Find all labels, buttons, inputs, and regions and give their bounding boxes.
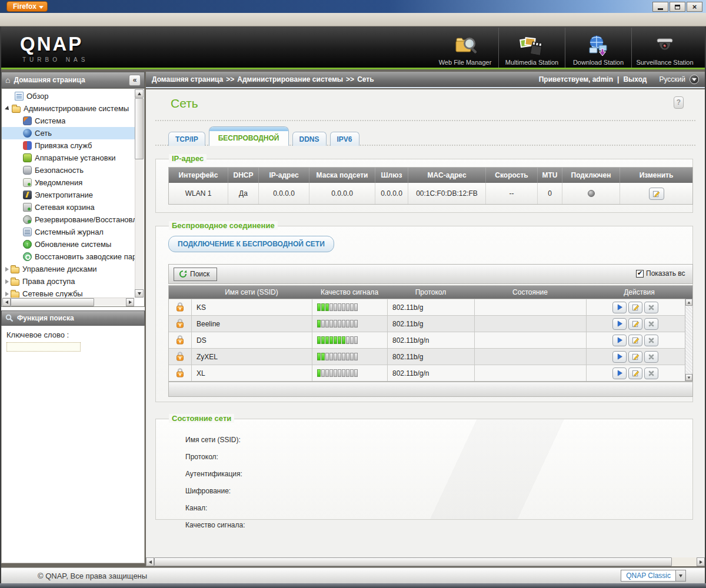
main-scroll-right-button[interactable]: [697, 557, 705, 566]
connect-network-button[interactable]: [612, 368, 627, 379]
status-row-5: Качество сигнала:: [185, 516, 245, 533]
collapsed-icon[interactable]: [5, 292, 9, 296]
language-label[interactable]: Русский: [659, 75, 685, 83]
tab-tcp-ip[interactable]: TCP/IP: [168, 132, 205, 146]
breadcrumb-segment[interactable]: Сеть: [357, 75, 374, 83]
sidebar-item-overview[interactable]: Обзор: [2, 90, 135, 102]
sidebar-item-hardware[interactable]: Аппаратные установки: [2, 152, 135, 164]
maximize-button[interactable]: [670, 2, 685, 12]
signal-quality-cell: [312, 332, 387, 348]
sidebar-item-firmware-update[interactable]: Обновление системы: [2, 238, 135, 250]
sidebar-item-factory-reset[interactable]: Восстановить заводские пара: [2, 250, 135, 263]
search-networks-button[interactable]: Поиск: [174, 268, 217, 281]
show-all-checkbox[interactable]: [636, 270, 644, 278]
sidebar-item-system-administration[interactable]: Администрирование системы: [2, 102, 135, 115]
sidebar-item-disk-management[interactable]: Управление дисками: [2, 263, 135, 275]
scroll-right-icon: [129, 300, 132, 304]
signal-bar-off: [329, 320, 333, 328]
connect-to-wireless-network-button[interactable]: ПОДКЛЮЧЕНИЕ К БЕСПРОВОДНОЙ СЕТИ: [168, 236, 334, 252]
main-scroll-left-button[interactable]: [146, 557, 154, 566]
wifi-network-row-zyxel[interactable]: ZyXEL802.11b/g: [169, 348, 692, 365]
expanded-icon[interactable]: [5, 106, 11, 112]
breadcrumb-segment[interactable]: Домашняя страница: [152, 75, 223, 83]
edit-network-button[interactable]: [628, 335, 642, 346]
wifi-network-row-ds[interactable]: DS802.11b/g/n: [169, 332, 692, 348]
edit-network-button[interactable]: [628, 368, 642, 379]
tree-vertical-scroll-thumb[interactable]: [135, 98, 144, 159]
collapsed-icon[interactable]: [5, 279, 9, 284]
keyword-input[interactable]: [6, 342, 81, 352]
connect-network-button[interactable]: [612, 335, 627, 346]
wifi-network-row-xl[interactable]: XL802.11b/g/n: [169, 365, 692, 381]
minimize-button[interactable]: [652, 2, 668, 12]
edit-network-button[interactable]: [628, 318, 642, 330]
tree-scroll-up-button[interactable]: [135, 89, 144, 98]
station-web-file-manager[interactable]: Web File Manager: [432, 28, 498, 68]
tree-scroll-left-button[interactable]: [2, 298, 11, 306]
sidebar-item-system-logs[interactable]: Системный журнал: [2, 226, 135, 238]
scroll-up-icon: [688, 301, 691, 303]
station-surveillance-station[interactable]: Surveillance Station: [631, 28, 698, 68]
signal-bar-off: [329, 353, 333, 360]
breadcrumb-separator: >>: [346, 75, 354, 83]
language-dropdown-button[interactable]: [690, 75, 699, 84]
delete-network-button[interactable]: [644, 351, 658, 363]
browser-tabbar: Q QNAP +: [0, 13, 706, 26]
wifi-scroll-down-button[interactable]: [685, 374, 692, 381]
window-controls: ×: [652, 2, 702, 12]
delete-network-button[interactable]: [644, 368, 658, 379]
edit-cell: [620, 183, 692, 204]
sidebar-collapse-button[interactable]: «: [129, 75, 141, 86]
tree-horizontal-scrollbar[interactable]: [2, 298, 134, 306]
tab-ipv6[interactable]: IPV6: [330, 132, 359, 146]
edit-interface-button[interactable]: [649, 188, 664, 200]
station-download-station[interactable]: Download Station: [565, 28, 631, 68]
station-multimedia-station[interactable]: Multimedia Station: [498, 28, 565, 68]
lock-icon: [175, 318, 185, 330]
tree-horizontal-scroll-thumb[interactable]: [11, 298, 94, 306]
sidebar-item-power[interactable]: Электропитание: [2, 189, 135, 201]
connect-network-button[interactable]: [612, 302, 627, 313]
delete-network-button[interactable]: [644, 302, 658, 313]
connect-network-button[interactable]: [612, 351, 627, 363]
sidebar-item-security[interactable]: Безопасность: [2, 164, 135, 176]
main-horizontal-scrollbar[interactable]: [146, 557, 705, 566]
wifi-vertical-scrollbar[interactable]: [685, 299, 692, 381]
wifi-network-row-ks[interactable]: KS802.11b/g: [169, 299, 692, 315]
delete-network-button[interactable]: [644, 318, 658, 330]
theme-select[interactable]: QNAP Classic: [621, 570, 686, 582]
tree-scroll-down-button[interactable]: [135, 289, 144, 298]
tab-label: DDNS: [299, 135, 319, 143]
show-all-label[interactable]: Показать вс: [646, 269, 685, 278]
connect-network-button[interactable]: [612, 318, 627, 330]
wifi-scroll-up-button[interactable]: [685, 299, 692, 306]
edit-network-button[interactable]: [628, 351, 642, 363]
pencil-icon: [632, 353, 640, 360]
tree-vertical-scrollbar[interactable]: [135, 89, 144, 298]
main-horizontal-scroll-thumb[interactable]: [154, 557, 672, 566]
logout-link[interactable]: Выход: [623, 75, 647, 83]
collapsed-icon[interactable]: [5, 267, 9, 272]
tree-scroll-right-button[interactable]: [126, 298, 134, 306]
window-bottom-edge: [0, 583, 706, 588]
navigation-tree-panel: ОбзорАдминистрирование системыСистемаСет…: [1, 88, 145, 307]
sidebar-item-access-rights[interactable]: Права доступа: [2, 275, 135, 288]
sidebar-item-service-binding[interactable]: Привязка служб: [2, 139, 135, 152]
breadcrumb-segment[interactable]: Администрирование системы: [237, 75, 343, 83]
wifi-network-row-beeline[interactable]: Beeline802.11b/g: [169, 315, 692, 332]
sidebar-item-system[interactable]: Система: [2, 115, 135, 127]
protocol-cell: 802.11b/g: [387, 299, 474, 315]
sidebar-item-network[interactable]: Сеть: [2, 127, 135, 139]
edit-network-button[interactable]: [628, 302, 642, 313]
sidebar-item-notification[interactable]: Уведомления: [2, 176, 135, 189]
tab-label: TCP/IP: [175, 135, 198, 143]
sidebar-item-network-recycle-bin[interactable]: Сетевая корзина: [2, 201, 135, 213]
delete-network-button[interactable]: [644, 335, 658, 346]
service-binding-icon: [23, 141, 32, 150]
help-button[interactable]: ?: [674, 96, 684, 109]
sidebar-item-backup-restore[interactable]: Резервирование/Восстановле: [2, 213, 135, 226]
close-button[interactable]: ×: [687, 2, 702, 12]
tab-ddns[interactable]: DDNS: [292, 132, 327, 146]
tab-беспроводной[interactable]: БЕСПРОВОДНОЙ: [209, 126, 289, 146]
firefox-menu-button[interactable]: Firefox: [6, 1, 48, 12]
